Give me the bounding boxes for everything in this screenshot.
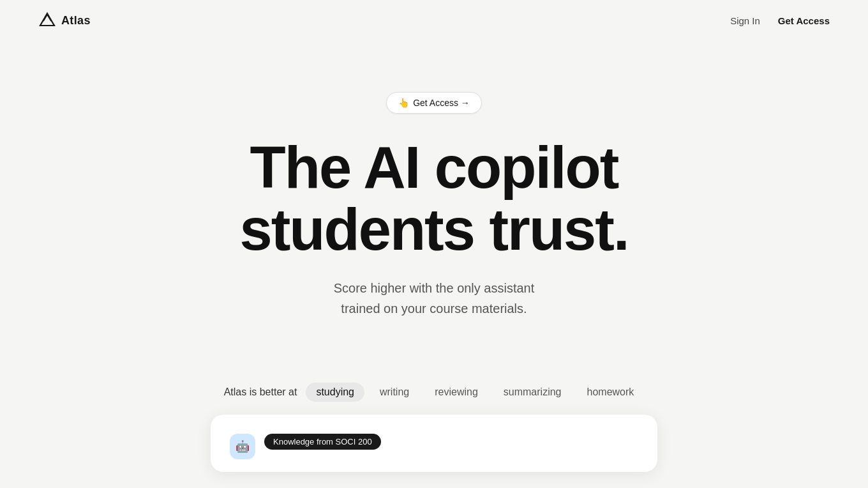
demo-card: 🤖 Knowledge from SOCI 200 [211,415,657,472]
nav-get-access-button[interactable]: Get Access [778,15,830,26]
demo-card-inner: 🤖 Knowledge from SOCI 200 [230,434,638,459]
tabs-section: Atlas is better at studying writing revi… [0,357,868,415]
logo-text: Atlas [61,14,91,27]
demo-card-wrapper: 🤖 Knowledge from SOCI 200 [0,415,868,472]
hero-subtitle-line1: Score higher with the only assistant [334,281,535,295]
hero-badge-emoji: 👆 [398,98,409,108]
navbar: Atlas Sign In Get Access [0,0,868,41]
hero-section: 👆 Get Access → The AI copilot students t… [0,41,868,357]
hero-subtitle: Score higher with the only assistant tra… [334,278,535,319]
tabs-prefix-label: Atlas is better at [224,386,297,398]
signin-link[interactable]: Sign In [730,15,760,26]
atlas-logo-icon [38,11,56,29]
demo-tag-container: Knowledge from SOCI 200 [264,434,381,450]
tab-studying[interactable]: studying [306,383,364,402]
hero-subtitle-line2: trained on your course materials. [341,301,527,316]
tab-homework[interactable]: homework [577,383,645,402]
tab-reviewing[interactable]: reviewing [424,383,488,402]
tab-writing[interactable]: writing [370,383,419,402]
demo-knowledge-tag: Knowledge from SOCI 200 [264,434,381,450]
hero-title-line1: The AI copilot [250,135,618,200]
hero-title: The AI copilot students trust. [240,137,629,260]
logo[interactable]: Atlas [38,11,91,29]
nav-right: Sign In Get Access [730,15,830,26]
robot-icon: 🤖 [236,439,250,454]
hero-title-line2: students trust. [240,197,629,262]
tab-summarizing[interactable]: summarizing [493,383,572,402]
demo-avatar: 🤖 [230,434,255,459]
hero-badge-label: Get Access → [413,98,470,108]
hero-badge-button[interactable]: 👆 Get Access → [386,92,482,114]
